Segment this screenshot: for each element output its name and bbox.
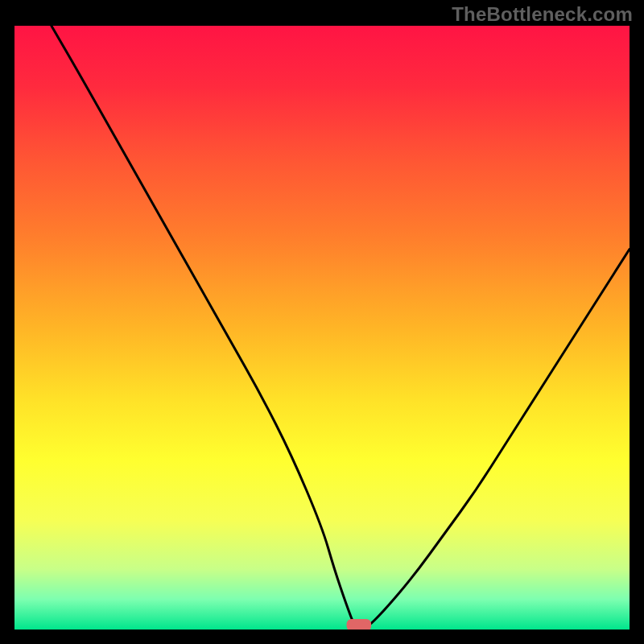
watermark-text: TheBottleneck.com bbox=[452, 3, 633, 26]
plot-area bbox=[14, 26, 630, 630]
optimum-marker bbox=[347, 619, 372, 630]
chart-frame: TheBottleneck.com bbox=[0, 0, 644, 644]
chart-svg bbox=[14, 26, 630, 630]
gradient-background bbox=[14, 26, 630, 630]
